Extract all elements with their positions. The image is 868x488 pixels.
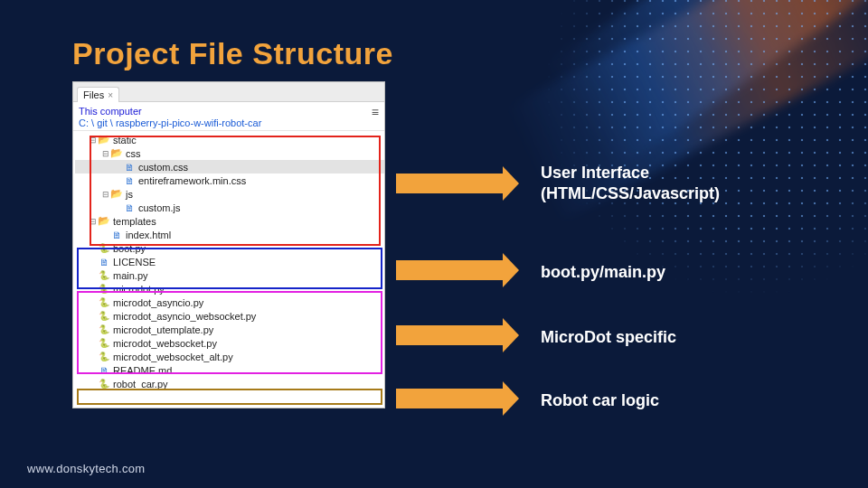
arrow-microdot [396, 325, 503, 345]
tree-file-custom-js[interactable]: custom.js [75, 201, 384, 214]
python-icon [98, 243, 110, 254]
tree-file-boot-py[interactable]: boot.py [75, 241, 384, 255]
arrow-ui [396, 174, 503, 193]
close-icon[interactable]: × [108, 90, 113, 100]
footer-url: www.donskytech.com [27, 462, 145, 475]
tree-file-microdot-utemplate[interactable]: microdot_utemplate.py [75, 323, 384, 336]
tree-file-microdot-ws-alt[interactable]: microdot_websocket_alt.py [75, 350, 384, 363]
python-icon [98, 338, 110, 349]
file-tree: ⊟static ⊟css custom.css entireframework.… [73, 131, 384, 392]
arrow-bootmain [396, 260, 503, 280]
folder-icon [110, 189, 123, 200]
breadcrumb[interactable]: C: \ git \ raspberry-pi-pico-w-wifi-robo… [79, 117, 379, 128]
file-icon [98, 257, 110, 267]
tree-file-microdot-ws[interactable]: microdot_websocket.py [75, 336, 384, 350]
label-bootmain: boot.py/main.py [541, 262, 665, 283]
file-explorer-panel: Files × This computer C: \ git \ raspber… [72, 81, 385, 408]
file-icon [123, 162, 136, 173]
tree-folder-css[interactable]: ⊟css [75, 146, 384, 160]
decorative-swirl [542, 0, 868, 298]
tree-folder-static[interactable]: ⊟static [75, 133, 384, 146]
tree-file-entireframework[interactable]: entireframework.min.css [75, 174, 384, 187]
folder-icon [110, 148, 123, 159]
tab-bar: Files × [73, 82, 384, 102]
tree-file-index-html[interactable]: index.html [75, 228, 384, 241]
python-icon [98, 297, 110, 308]
page-title: Project File Structure [72, 36, 393, 71]
file-icon [98, 365, 110, 376]
tree-folder-templates[interactable]: ⊟templates [75, 214, 384, 228]
file-icon [123, 202, 136, 213]
folder-icon [98, 135, 110, 145]
tree-file-microdot-asyncio-ws[interactable]: microdot_asyncio_websocket.py [75, 309, 384, 323]
python-icon [98, 284, 110, 295]
file-icon [123, 175, 136, 186]
python-icon [98, 324, 110, 335]
tree-file-robot-car[interactable]: robot_car.py [75, 377, 384, 390]
root-label: This computer [79, 106, 379, 117]
tree-file-microdot-asyncio[interactable]: microdot_asyncio.py [75, 296, 384, 309]
arrow-robot [396, 389, 503, 408]
python-icon [98, 352, 110, 362]
label-microdot: MicroDot specific [541, 327, 676, 348]
python-icon [98, 311, 110, 322]
file-icon [110, 230, 123, 240]
tree-folder-js[interactable]: ⊟js [75, 187, 384, 201]
tab-files[interactable]: Files × [77, 87, 119, 102]
folder-icon [98, 216, 110, 227]
tree-file-microdot[interactable]: microdot.py [75, 282, 384, 296]
tree-file-main-py[interactable]: main.py [75, 268, 384, 282]
tree-file-readme[interactable]: README.md [75, 363, 384, 377]
tab-label: Files [83, 89, 104, 100]
python-icon [98, 270, 110, 281]
label-robot: Robot car logic [541, 390, 659, 411]
python-icon [98, 379, 110, 389]
tree-file-license[interactable]: LICENSE [75, 255, 384, 268]
path-bar: This computer C: \ git \ raspberry-pi-pi… [73, 102, 384, 131]
hamburger-icon[interactable]: ≡ [372, 108, 379, 117]
tree-file-custom-css[interactable]: custom.css [75, 160, 384, 174]
label-ui: User Interface (HTML/CSS/Javascript) [541, 163, 720, 203]
